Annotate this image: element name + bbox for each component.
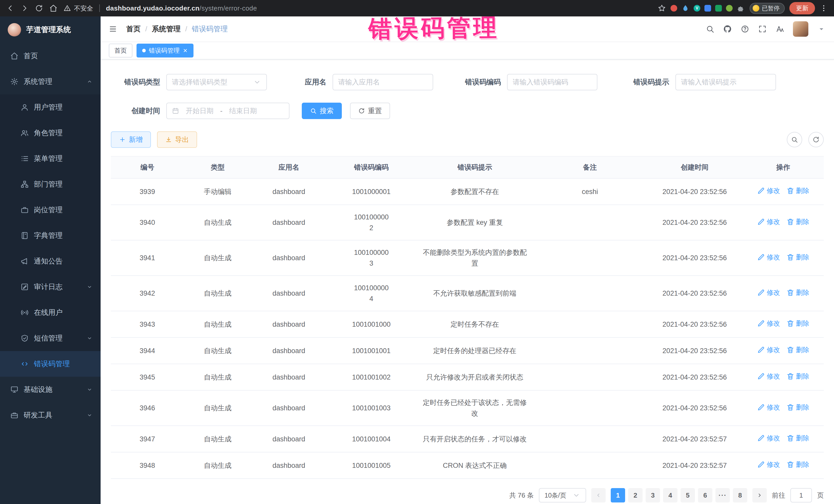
help-icon[interactable] [741, 25, 749, 34]
bookmark-star-icon[interactable] [658, 4, 666, 12]
reload-icon[interactable] [35, 4, 43, 12]
view-tab-0[interactable]: 首页 [109, 44, 132, 58]
screen: 不安全 dashboard.yudao.iocoder.cn/system/er… [0, 0, 834, 504]
error-tip-input[interactable] [681, 78, 770, 86]
close-icon[interactable] [183, 48, 188, 53]
delete-link[interactable]: 删除 [786, 318, 809, 329]
sidebar-item-online-user[interactable]: 在线用户 [0, 300, 101, 325]
add-button[interactable]: 新增 [111, 131, 151, 148]
cell-app: dashboard [251, 390, 326, 426]
page-button-5[interactable]: 5 [681, 488, 695, 502]
sidebar-item-home[interactable]: 首页 [0, 43, 101, 69]
pencil-icon [757, 372, 765, 380]
delete-link[interactable]: 删除 [786, 433, 809, 443]
edit-link[interactable]: 修改 [757, 344, 780, 355]
prev-page-button[interactable] [591, 488, 606, 502]
edit-link[interactable]: 修改 [757, 318, 780, 329]
cell-actions: 修改删除 [742, 337, 824, 364]
sidebar-item-dept[interactable]: 部门管理 [0, 171, 101, 197]
extension-lime-icon[interactable] [726, 5, 733, 12]
sidebar-item-sms[interactable]: 短信管理 [0, 325, 101, 351]
delete-link[interactable]: 删除 [786, 459, 809, 470]
chevron-down-icon[interactable] [817, 25, 826, 34]
cell-type: 自动生成 [184, 337, 251, 364]
edit-link[interactable]: 修改 [757, 287, 780, 298]
security-warning[interactable]: 不安全 [64, 4, 93, 13]
sidebar-item-menu[interactable]: 菜单管理 [0, 146, 101, 171]
page-button-1[interactable]: 1 [611, 488, 625, 502]
edit-link[interactable]: 修改 [757, 252, 780, 263]
error-type-select[interactable]: 请选择错误码类型 [166, 74, 267, 90]
sidebar-item-audit-log[interactable]: 审计日志 [0, 274, 101, 300]
avatar[interactable] [793, 21, 808, 37]
sidebar-item-infra[interactable]: 基础设施 [0, 377, 101, 402]
cell-time: 2021-04-20 23:52:56 [647, 390, 742, 426]
delete-link[interactable]: 删除 [786, 402, 809, 413]
reset-button[interactable]: 重置 [350, 103, 390, 119]
sidebar-item-dict[interactable]: 字典管理 [0, 223, 101, 248]
list-icon [21, 154, 29, 163]
page-button-2[interactable]: 2 [628, 488, 642, 502]
sidebar-item-error-code[interactable]: 错误码管理 [0, 351, 101, 377]
font-size-icon[interactable] [775, 25, 784, 34]
edit-link[interactable]: 修改 [757, 185, 780, 196]
delete-link[interactable]: 删除 [786, 185, 809, 196]
extension-teal-icon[interactable]: V [694, 5, 700, 12]
create-time-range-picker[interactable]: 开始日期 - 结束日期 [166, 103, 289, 119]
chevron-down-icon [87, 412, 92, 418]
edit-link[interactable]: 修改 [757, 433, 780, 443]
back-icon[interactable] [6, 4, 14, 12]
sidebar-item-notice[interactable]: 通知公告 [0, 248, 101, 274]
sidebar-item-post[interactable]: 岗位管理 [0, 197, 101, 223]
next-page-button[interactable] [752, 488, 767, 502]
sidebar-item-system[interactable]: 系统管理 [0, 69, 101, 94]
page-button-3[interactable]: 3 [646, 488, 660, 502]
extension-red-icon[interactable] [671, 5, 677, 12]
menu-fold-icon[interactable] [109, 25, 117, 33]
delete-link[interactable]: 删除 [786, 287, 809, 298]
github-icon[interactable] [723, 25, 732, 34]
table-search-toggle-button[interactable] [787, 132, 802, 147]
goto-page-input[interactable] [790, 488, 812, 502]
delete-link[interactable]: 删除 [786, 344, 809, 355]
table-refresh-button[interactable] [808, 132, 824, 147]
error-code-input[interactable] [513, 78, 592, 86]
paused-badge[interactable]: 已暂停 [750, 3, 785, 14]
page-button-6[interactable]: 6 [698, 488, 712, 502]
browser-home-icon[interactable] [49, 4, 58, 12]
refresh-icon [812, 136, 820, 143]
delete-link[interactable]: 删除 [786, 216, 809, 227]
extension-grid-icon[interactable] [704, 5, 711, 12]
export-button[interactable]: 导出 [157, 131, 197, 148]
extension-drop-icon[interactable] [681, 4, 689, 12]
url-bar[interactable]: dashboard.yudao.iocoder.cn/system/error-… [106, 4, 257, 12]
page-button-8[interactable]: 8 [733, 488, 747, 502]
edit-link[interactable]: 修改 [757, 402, 780, 413]
delete-link[interactable]: 删除 [786, 371, 809, 381]
app-logo[interactable]: 芋道管理系统 [0, 17, 101, 43]
sidebar-item-devtools[interactable]: 研发工具 [0, 402, 101, 428]
sidebar-item-user[interactable]: 用户管理 [0, 94, 101, 120]
page-button-4[interactable]: 4 [663, 488, 678, 502]
breadcrumb-item[interactable]: 首页 [126, 24, 140, 34]
breadcrumb-item[interactable]: 系统管理 [152, 24, 181, 34]
browser-menu-icon[interactable] [820, 4, 828, 12]
search-button[interactable]: 搜索 [302, 103, 342, 119]
edit-link[interactable]: 修改 [757, 371, 780, 381]
delete-link[interactable]: 删除 [786, 252, 809, 263]
app-name-input[interactable] [338, 78, 427, 86]
extension-green-icon[interactable] [715, 5, 722, 12]
edit-link[interactable]: 修改 [757, 459, 780, 470]
cell-actions: 修改删除 [742, 205, 824, 240]
table-row: 3947自动生成dashboard1001001004只有开启状态的任务，才可以… [111, 426, 824, 452]
view-tab-1[interactable]: 错误码管理 [136, 44, 194, 58]
sidebar-item-role[interactable]: 角色管理 [0, 120, 101, 146]
forward-icon[interactable] [21, 4, 29, 12]
search-icon[interactable] [706, 25, 715, 34]
extension-puzzle-icon[interactable] [737, 4, 745, 12]
edit-link[interactable]: 修改 [757, 216, 780, 227]
fullscreen-icon[interactable] [758, 25, 767, 34]
page-size-select[interactable]: 10条/页 [539, 488, 586, 502]
update-button[interactable]: 更新 [789, 2, 815, 14]
page-more-button[interactable]: ··· [716, 488, 730, 502]
